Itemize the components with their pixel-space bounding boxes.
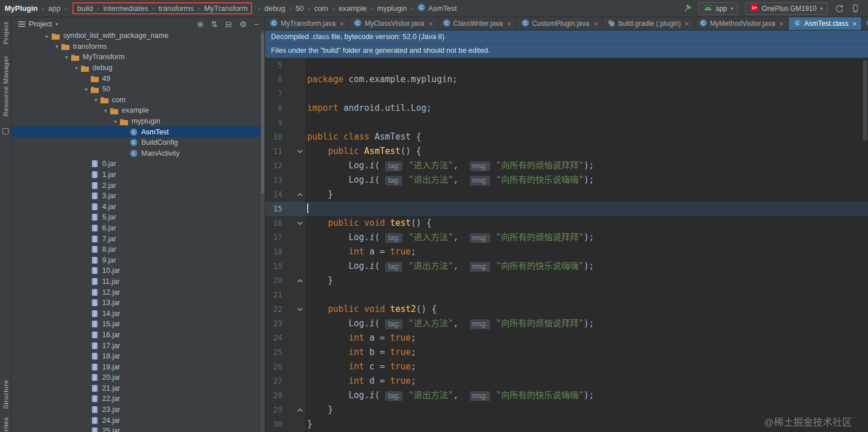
tree-item-10-jar[interactable]: 10.jar [11, 265, 261, 276]
tree-chevron-icon[interactable]: ▸ [43, 33, 51, 39]
tool-window-mini-icon[interactable] [2, 128, 9, 134]
code-line-6[interactable]: 6package com.example.myplugin; [265, 72, 868, 87]
breadcrumb-item-build[interactable]: build [77, 4, 92, 13]
hide-panel-icon[interactable]: − [254, 20, 259, 29]
tree-item-17-jar[interactable]: 17.jar [11, 340, 261, 351]
tree-item-21-jar[interactable]: 21.jar [11, 383, 261, 394]
tree-item-com[interactable]: ▾com [11, 95, 261, 106]
tree-item-22-jar[interactable]: 22.jar [11, 394, 261, 404]
tree-item-2-jar[interactable]: 2.jar [11, 180, 261, 191]
tree-item-24-jar[interactable]: 24.jar [11, 415, 261, 426]
gradle-sync-icon[interactable] [835, 4, 844, 13]
tree-item-6-jar[interactable]: 6.jar [11, 223, 261, 234]
code-editor[interactable]: 56package com.example.myplugin;78import … [265, 58, 868, 432]
code-line-24[interactable]: 24 int a = true; [265, 331, 868, 345]
tab-close-icon[interactable]: × [779, 20, 784, 28]
code-line-14[interactable]: 14 } [265, 187, 868, 202]
code-line-17[interactable]: 17 Log.i( tag: "进入方法", msg: "向所有的烦恼说拜拜")… [265, 230, 868, 245]
breadcrumb-item-50[interactable]: 50 [296, 4, 304, 13]
tree-chevron-icon[interactable]: ▾ [72, 65, 80, 71]
collapse-all-icon[interactable]: ⊟ [226, 20, 232, 29]
code-line-10[interactable]: 10public class AsmTest { [265, 130, 868, 144]
code-line-28[interactable]: 28 Log.i( tag: "退出方法", msg: "向所有的快乐说嗨嗨")… [265, 388, 868, 403]
tab-myclassvisitor-java[interactable]: CMyClassVisitor.java× [349, 17, 437, 30]
code-line-5[interactable]: 5 [265, 58, 868, 72]
tree-item-8-jar[interactable]: 8.jar [11, 244, 261, 255]
tree-item-19-jar[interactable]: 19.jar [11, 361, 261, 372]
tree-item-0-jar[interactable]: 0.jar [11, 159, 261, 169]
code-line-23[interactable]: 23 Log.i( tag: "进入方法", msg: "向所有的烦恼说拜拜")… [265, 317, 868, 331]
device-select[interactable]: 1+ OnePlus GM1910 ▾ [745, 2, 828, 15]
tree-item-debug[interactable]: ▾debug [11, 63, 261, 74]
fold-close-icon[interactable] [282, 273, 305, 288]
fold-close-icon[interactable] [282, 403, 305, 417]
tool-window-button-favorites[interactable]: Favorites [2, 417, 9, 432]
breadcrumb-item-mytransform[interactable]: MyTransform [204, 4, 247, 13]
tree-item-5-jar[interactable]: 5.jar [11, 212, 261, 223]
scroll-source-icon[interactable]: ⇅ [211, 20, 218, 29]
code-line-15[interactable]: 15 [265, 202, 868, 216]
tree-item-25-jar[interactable]: 25.jar [11, 426, 261, 432]
tree-chevron-icon[interactable]: ▾ [53, 43, 61, 49]
code-line-22[interactable]: 22 public void test2() { [265, 302, 868, 317]
tree-item-4-jar[interactable]: 4.jar [11, 202, 261, 213]
tree-item-myplugin[interactable]: ▾myplugin [11, 116, 261, 127]
tree-item-12-jar[interactable]: 12.jar [11, 287, 261, 298]
tree-item-example[interactable]: ▾example [11, 105, 261, 116]
settings-gear-icon[interactable]: ⚙ [239, 20, 247, 29]
tree-item-asmtest[interactable]: CAsmTest [11, 126, 261, 137]
tree-item-11-jar[interactable]: 11.jar [11, 276, 261, 287]
code-line-27[interactable]: 27 int d = true; [265, 374, 868, 388]
tool-window-button-structure[interactable]: Structure [2, 380, 9, 409]
tab-close-icon[interactable]: × [685, 20, 689, 28]
breadcrumb-file[interactable]: CAsmTest [417, 3, 457, 14]
tree-chevron-icon[interactable]: ▾ [102, 107, 110, 114]
fold-close-icon[interactable] [282, 187, 305, 202]
chevron-down-icon[interactable]: ▾ [55, 21, 58, 27]
code-line-18[interactable]: 18 int a = true; [265, 245, 868, 259]
breadcrumb-item-example[interactable]: example [339, 4, 367, 13]
code-line-12[interactable]: 12 Log.i( tag: "进入方法", msg: "向所有的烦恼说拜拜")… [265, 159, 868, 173]
tab-close-icon[interactable]: × [428, 20, 433, 28]
tree-item-16-jar[interactable]: 16.jar [11, 330, 261, 341]
fold-open-icon[interactable] [282, 144, 305, 159]
tab-close-icon[interactable]: × [852, 20, 857, 28]
breadcrumb-item-app[interactable]: app [48, 4, 61, 13]
code-line-26[interactable]: 26 int c = true; [265, 360, 868, 374]
tree-item-3-jar[interactable]: 3.jar [11, 191, 261, 202]
tree-item-15-jar[interactable]: 15.jar [11, 319, 261, 330]
tab-close-icon[interactable]: × [594, 20, 598, 28]
tab-build-gradle-plugin[interactable]: build.gradle (:plugin)× [603, 17, 694, 30]
scrollbar-thumb[interactable] [261, 33, 264, 194]
tab-customplugin-java[interactable]: CCustomPlugin.java× [517, 17, 603, 30]
build-hammer-icon[interactable] [683, 4, 692, 13]
project-view-title[interactable]: Project [29, 20, 52, 28]
project-tree-scrollbar[interactable] [261, 30, 265, 432]
breadcrumb-item-intermediates[interactable]: intermediates [103, 4, 148, 13]
tab-close-icon[interactable]: × [340, 20, 344, 28]
tab-as[interactable]: CAs× [862, 17, 868, 30]
code-line-25[interactable]: 25 int b = true; [265, 345, 868, 360]
tree-item-mytransform[interactable]: ▾MyTransform [11, 52, 261, 63]
tree-item-1-jar[interactable]: 1.jar [11, 169, 261, 180]
tree-item-20-jar[interactable]: 20.jar [11, 372, 261, 383]
run-configuration-select[interactable]: app ▾ [699, 2, 739, 15]
scrollbar-thumb[interactable] [863, 60, 867, 141]
code-line-9[interactable]: 9 [265, 115, 868, 130]
tab-asmtest-class[interactable]: CAsmTest.class× [789, 17, 862, 30]
tree-item-9-jar[interactable]: 9.jar [11, 254, 261, 265]
code-line-8[interactable]: 8import android.util.Log; [265, 101, 868, 115]
fold-open-icon[interactable] [282, 302, 305, 317]
tree-item-mainactivity[interactable]: CMainActivity [11, 148, 261, 159]
tree-item-18-jar[interactable]: 18.jar [11, 351, 261, 362]
code-line-11[interactable]: 11 public AsmTest() { [265, 144, 868, 159]
tree-item-50[interactable]: ▾50 [11, 84, 261, 95]
tree-chevron-icon[interactable]: ▾ [111, 118, 119, 125]
tree-item-23-jar[interactable]: 23.jar [11, 404, 261, 415]
tool-window-button-resource-manager[interactable]: Resource Manager [2, 56, 9, 117]
breadcrumb-item-com[interactable]: com [314, 4, 328, 13]
breadcrumb-item-transforms[interactable]: transforms [158, 4, 193, 13]
breadcrumb-item-myplugin[interactable]: MyPlugin [5, 4, 38, 13]
tree-chevron-icon[interactable]: ▾ [82, 86, 90, 92]
tree-item-14-jar[interactable]: 14.jar [11, 308, 261, 319]
